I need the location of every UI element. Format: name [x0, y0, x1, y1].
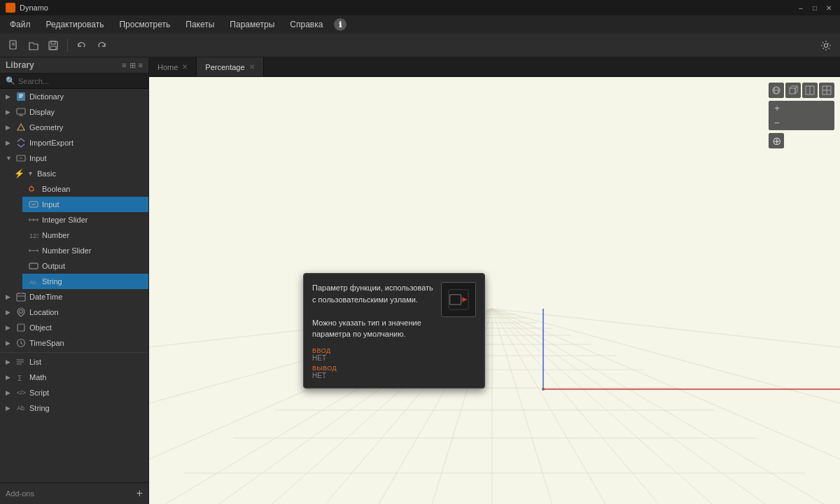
sidebar-item-display[interactable]: ▶ Display: [0, 104, 148, 120]
tab-home[interactable]: Home ✕: [149, 57, 197, 76]
number-icon: 123: [28, 230, 39, 240]
number-slider-label: Number Slider: [42, 246, 91, 255]
expand-arrow-basic: ▼: [27, 170, 34, 177]
svg-rect-44: [17, 361, 18, 363]
sidebar-content: ▶ Dictionary ▶ Display ▶ Geometry ▶ Impo…: [0, 89, 148, 482]
expand-arrow-importexport: ▶: [6, 139, 13, 146]
tab-percentage-close[interactable]: ✕: [249, 63, 255, 71]
node-input-label: Input: [42, 200, 59, 209]
close-button[interactable]: ✕: [823, 3, 834, 13]
sidebar-item-node-input[interactable]: Input: [22, 197, 148, 212]
zoom-out-button[interactable]: −: [769, 115, 785, 130]
svg-point-86: [542, 388, 545, 391]
svg-rect-5: [50, 46, 56, 50]
svg-line-39: [21, 343, 22, 344]
sidebar-item-basic[interactable]: ⚡ ▼ Basic: [11, 166, 148, 181]
sidebar-item-importexport[interactable]: ▶ ImportExport: [0, 135, 148, 150]
minimize-button[interactable]: –: [795, 3, 806, 13]
sidebar-header: Library ≡ ⊞ ≡: [0, 57, 148, 74]
sidebar-item-dictionary[interactable]: ▶ Dictionary: [0, 89, 148, 104]
sidebar-item-script[interactable]: ▶ </> Script: [0, 385, 148, 400]
info-button[interactable]: ℹ: [334, 18, 346, 31]
math-label: Math: [29, 373, 46, 382]
script-icon: </>: [15, 388, 27, 398]
window-controls: – □ ✕: [795, 3, 834, 13]
tab-home-close[interactable]: ✕: [182, 63, 188, 71]
view-mode-3d-button[interactable]: [785, 83, 801, 98]
sidebar-filter-icon[interactable]: ≡: [122, 61, 126, 70]
tooltip-text: Параметр функции, использовать с пользов…: [312, 282, 434, 379]
menu-packages[interactable]: Пакеты: [178, 18, 221, 31]
sidebar-item-boolean[interactable]: Boolean: [22, 181, 148, 197]
toolbar-separator: [67, 38, 68, 52]
tab-percentage[interactable]: Percentage ✕: [197, 57, 263, 76]
menu-edit[interactable]: Редактировать: [39, 18, 111, 31]
display-icon: [15, 107, 27, 117]
sidebar-item-output[interactable]: Output: [22, 258, 148, 274]
expand-arrow-geometry: ▶: [6, 124, 13, 131]
settings-button[interactable]: [818, 37, 834, 54]
viewport[interactable]: + − ⊕ Параметр функции, использовать с п…: [149, 77, 840, 504]
sidebar-item-string-basic[interactable]: Ab String: [22, 274, 148, 289]
sidebar-more-icon[interactable]: ≡: [139, 61, 143, 70]
app-icon: [6, 3, 15, 13]
view-mode-split1-button[interactable]: [802, 83, 818, 98]
redo-button[interactable]: [93, 37, 110, 54]
fit-view-button[interactable]: ⊕: [769, 133, 784, 148]
svg-rect-36: [18, 324, 24, 331]
menu-file[interactable]: Файл: [3, 18, 38, 31]
input-arrow-icon: [447, 288, 470, 311]
svg-rect-90: [790, 88, 795, 94]
sidebar-item-input[interactable]: ▼ Input: [0, 150, 148, 166]
maximize-button[interactable]: □: [809, 3, 820, 13]
node-input-icon: [28, 200, 39, 209]
tooltip-input-value: НЕТ: [312, 354, 434, 362]
zoom-in-button[interactable]: +: [769, 102, 785, 115]
sidebar-item-timespan[interactable]: ▶ TimeSpan: [0, 335, 148, 351]
sidebar: Library ≡ ⊞ ≡ 🔍 ▶ Dictionary ▶ Display: [0, 57, 149, 504]
sidebar-item-number[interactable]: 123 Number: [22, 227, 148, 243]
sidebar-item-list[interactable]: ▶ List: [0, 354, 148, 370]
app-title: Dynamo: [20, 4, 791, 12]
sidebar-item-string-cat[interactable]: ▶ Ab String: [0, 400, 148, 416]
sidebar-view-icon[interactable]: ⊞: [130, 61, 136, 70]
menu-view[interactable]: Просмотреть: [112, 18, 177, 31]
sidebar-item-number-slider[interactable]: Number Slider: [22, 243, 148, 258]
open-file-button[interactable]: [25, 37, 42, 54]
sidebar-separator: [0, 352, 148, 353]
location-icon: [15, 307, 27, 317]
tooltip-output-value: НЕТ: [312, 372, 434, 379]
search-input[interactable]: [18, 77, 143, 85]
tooltip-icon-box: [441, 282, 476, 317]
expand-arrow-list: ▶: [6, 358, 13, 365]
lightning-icon: ⚡: [14, 169, 24, 178]
save-button[interactable]: [45, 37, 62, 54]
view-mode-2d-button[interactable]: [769, 83, 784, 98]
sidebar-item-math[interactable]: ▶ ∑ Math: [0, 370, 148, 385]
svg-rect-45: [17, 363, 18, 365]
new-file-button[interactable]: [6, 37, 22, 54]
boolean-label: Boolean: [42, 185, 70, 193]
zoom-group: + −: [769, 101, 834, 130]
sidebar-item-geometry[interactable]: ▶ Geometry: [0, 120, 148, 135]
menu-params[interactable]: Параметры: [223, 18, 281, 31]
sidebar-item-location[interactable]: ▶ Location: [0, 304, 148, 320]
undo-button[interactable]: [74, 37, 90, 54]
datetime-label: DateTime: [29, 293, 62, 301]
view-mode-split2-button[interactable]: [819, 83, 834, 98]
tooltip-description: Параметр функции, использовать с пользов…: [312, 282, 434, 340]
number-label: Number: [42, 231, 69, 239]
sidebar-item-integer-slider[interactable]: Integer Slider: [22, 212, 148, 227]
add-addons-button[interactable]: +: [136, 487, 143, 500]
sidebar-item-object[interactable]: ▶ Object: [0, 320, 148, 335]
sidebar-item-datetime[interactable]: ▶ DateTime: [0, 289, 148, 304]
dictionary-icon: [15, 92, 27, 102]
basic-children: Boolean Input Integer Slider 123: [11, 181, 148, 289]
menu-help[interactable]: Справка: [283, 18, 330, 31]
view-mode-row: [769, 83, 834, 98]
dictionary-label: Dictionary: [29, 92, 64, 101]
toolbar-right-spacer: [818, 37, 834, 54]
input-children: ⚡ ▼ Basic Boolean Input: [0, 166, 148, 289]
menubar: Файл Редактировать Просмотреть Пакеты Па…: [0, 15, 840, 34]
tooltip-content: Параметр функции, использовать с пользов…: [312, 282, 476, 379]
